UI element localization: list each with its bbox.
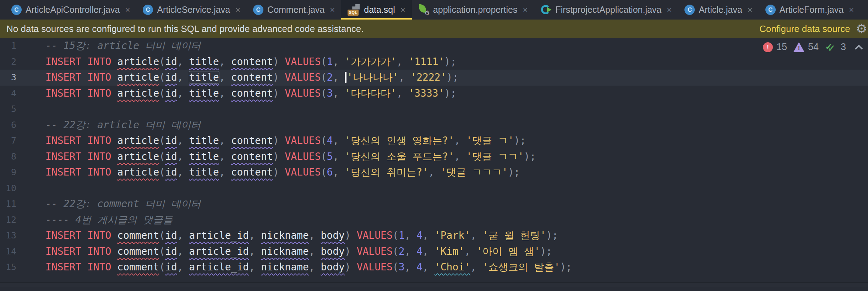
code-line[interactable]: -- 15강: article 더미 데이터 [45,38,868,54]
code-token: 2 [327,71,333,83]
tab-data-sql[interactable]: SQLdata.sql× [341,0,412,20]
code-token: , [249,230,261,241]
code-token: , [397,56,409,68]
tab-articleform-java[interactable]: CArticleForm.java× [759,0,861,20]
code-token: , [177,56,189,68]
code-line[interactable]: INSERT INTO article(id, title, content) … [45,86,868,102]
chevron-up-icon[interactable] [855,44,863,53]
code-token: article_id [189,261,249,273]
code-line[interactable] [45,101,868,117]
code-token: , [177,71,189,83]
tab-comment-java[interactable]: CComment.java× [247,0,341,20]
code-token: , [405,230,417,241]
code-token: , [333,166,345,178]
code-token: , [333,135,345,146]
code-token: , [309,261,321,273]
tab-close-icon[interactable]: × [400,6,405,14]
java-class-icon: C [765,5,776,15]
code-token [111,135,117,146]
code-token: INSERT INTO [45,151,111,162]
code-token: ) [273,87,285,99]
tab-label: ArticleService.java [157,5,230,15]
code-token: , [333,87,345,99]
banner-settings-gear-icon[interactable]: ⚙ [856,22,867,35]
code-token: ) [273,56,285,68]
code-token: '굳 윌 헌팅' [482,230,546,241]
tab-label: ArticleForm.java [780,5,844,15]
code-token: content [231,71,273,83]
code-token: 'Choi' [435,261,470,273]
code-line[interactable]: INSERT INTO article(id, title, content) … [45,149,868,165]
inspections-widget[interactable]: ! 15 ! 54 ✓ ✓ 3 [763,42,863,53]
code-token: nickname [261,230,309,241]
line-number: 9 [0,165,16,180]
code-token: '댓글 ㄱㄱ' [466,151,524,162]
configure-data-source-link[interactable]: Configure data source [759,23,850,34]
code-token: , [470,261,482,273]
code-token: article [117,151,159,162]
tab-application-properties[interactable]: ⚙application.properties× [412,0,534,20]
code-token: , [470,230,482,241]
tab-articleservice-java[interactable]: CArticleService.java× [136,0,247,20]
code-line[interactable]: INSERT INTO article(id, title, content) … [45,54,868,70]
code-token: ); [514,135,526,146]
code-token: 6 [327,166,333,178]
line-number-gutter: 123456789101112131415 [0,38,45,287]
code-line[interactable]: INSERT INTO article(id, title, content) … [45,133,868,149]
code-token: , [309,246,321,257]
code-line[interactable]: INSERT INTO comment(id, article_id, nick… [45,259,868,275]
code-token: '당신의 취미는?' [345,166,428,178]
code-token: VALUES [285,56,321,68]
error-icon: ! [763,42,773,52]
code-line[interactable]: INSERT INTO comment(id, article_id, nick… [45,244,868,260]
code-line[interactable]: -- 22강: article 더미 데이터 [45,117,868,133]
code-token: , [405,261,417,273]
code-token: ( [321,135,327,146]
code-token: , [219,166,231,178]
code-line[interactable]: INSERT INTO article(id, title, content) … [45,165,868,180]
code-token: , [219,135,231,146]
code-token: , [422,261,435,273]
code-token: ); [546,230,558,241]
code-token: article_id [189,246,249,257]
java-class-icon: C [253,5,263,15]
code-area[interactable]: -- 15강: article 더미 데이터INSERT INTO articl… [45,38,868,287]
tab-firstprojectapplication-java[interactable]: FirstprojectApplication.java× [534,0,678,20]
code-token [111,56,117,68]
java-class-icon: C [684,5,695,15]
code-token: '당신의 소울 푸드는?' [345,151,454,162]
tab-close-icon[interactable]: × [667,6,672,14]
code-token [111,87,117,99]
tab-close-icon[interactable]: × [523,6,528,14]
code-token: 4 [416,230,422,241]
code-line[interactable]: INSERT INTO article(id, title, content) … [45,70,868,86]
tab-close-icon[interactable]: × [330,6,335,14]
code-token: ) [345,246,357,257]
code-token: ( [159,261,165,273]
code-token [111,261,117,273]
code-token: , [249,261,261,273]
code-token: '나나나나' [347,71,399,83]
code-token: INSERT INTO [45,87,111,99]
code-token: VALUES [357,230,393,241]
tab-close-icon[interactable]: × [849,6,854,14]
code-line[interactable]: ---- 4번 게시글의 댓글들 [45,212,868,228]
code-line[interactable] [45,180,868,196]
tab-close-icon[interactable]: × [125,6,130,14]
spring-properties-icon: ⚙ [418,4,429,15]
code-token: , [177,87,189,99]
code-token: '쇼생크의 탈출' [482,261,560,273]
tab-article-java[interactable]: CArticle.java× [678,0,759,20]
tab-close-icon[interactable]: × [748,6,753,14]
tab-articleapicontroller-java[interactable]: CArticleApiController.java× [5,0,136,20]
code-token: VALUES [285,166,321,178]
line-number: 6 [0,117,16,133]
code-editor: 123456789101112131415 -- 15강: article 더미… [0,38,868,287]
code-line[interactable]: INSERT INTO comment(id, article_id, nick… [45,228,868,244]
code-token: title [189,87,219,99]
code-token: ) [273,166,285,178]
code-token: '댓글 ㄱ' [466,135,514,146]
code-token: title [189,135,219,146]
code-line[interactable]: -- 22강: comment 더미 데이터 [45,196,868,212]
tab-close-icon[interactable]: × [235,6,240,14]
